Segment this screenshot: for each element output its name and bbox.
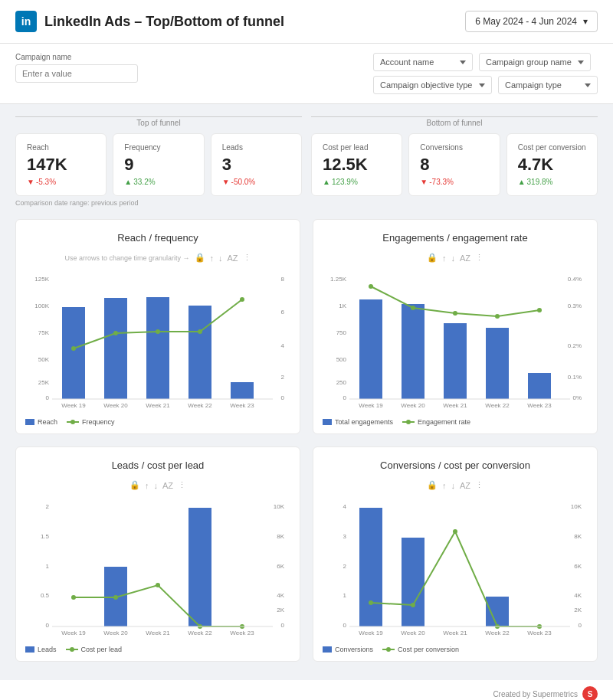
svg-text:8K: 8K (574, 533, 582, 540)
supermetrics-logo: S (582, 686, 598, 700)
reach-frequency-chart: Reach / frequency Use arrows to change t… (15, 219, 300, 434)
svg-text:8: 8 (281, 276, 285, 283)
bar-w22 (188, 306, 211, 399)
svg-text:4K: 4K (277, 592, 284, 599)
arrow-up-icon[interactable]: ↑ (442, 254, 447, 263)
sort-icon[interactable]: AZ (162, 481, 173, 490)
top-funnel-label: Top of funnel (15, 116, 302, 127)
campaign-name-input[interactable] (15, 64, 138, 83)
more-icon[interactable]: ⋮ (475, 480, 484, 490)
svg-text:2K: 2K (277, 607, 284, 613)
filters-bar: Campaign name Account name Campaign grou… (0, 44, 613, 104)
svg-text:Week 23: Week 23 (230, 402, 254, 409)
svg-point-59 (156, 583, 160, 587)
sort-icon[interactable]: AZ (460, 481, 470, 490)
svg-rect-56 (188, 508, 211, 626)
svg-text:4K: 4K (574, 592, 582, 599)
conversions-title: Conversions / cost per conversion (323, 460, 588, 471)
lock-icon[interactable]: 🔒 (427, 253, 438, 263)
kpi-reach-change: ▼ -5.3% (27, 178, 95, 186)
arrow-up-icon[interactable]: ↑ (210, 254, 215, 263)
campaign-type-select[interactable]: Campaign type (498, 76, 598, 94)
legend-frequency: Frequency (67, 418, 115, 426)
more-icon[interactable]: ⋮ (178, 480, 186, 490)
arrow-down-icon[interactable]: ↓ (153, 481, 158, 490)
arrow-down-icon[interactable]: ↓ (451, 254, 455, 263)
svg-rect-81 (486, 597, 509, 626)
engagements-title: Engagements / engagement rate (323, 232, 588, 244)
svg-text:500: 500 (336, 356, 347, 363)
svg-text:Week 20: Week 20 (401, 630, 425, 636)
svg-point-84 (453, 529, 457, 534)
kpi-leads: Leads 3 ▼ -50.0% (211, 133, 302, 196)
more-icon[interactable]: ⋮ (475, 253, 484, 263)
more-icon[interactable]: ⋮ (243, 253, 251, 263)
svg-point-37 (537, 308, 542, 312)
freq-dot-5 (240, 297, 244, 302)
svg-text:2: 2 (343, 563, 347, 570)
account-name-select[interactable]: Account name (373, 53, 473, 71)
freq-dot-3 (156, 329, 160, 334)
kpi-cost-per-conversion: Cost per conversion 4.7K ▲ 319.8% (506, 133, 598, 196)
leads-cost-svg: 2 1.5 1 0.5 0 10K 8K 6K 4K 2K 0 (25, 493, 290, 639)
svg-text:Week 22: Week 22 (188, 402, 212, 409)
campaign-objective-select[interactable]: Campaign objective type (373, 76, 492, 94)
svg-text:8K: 8K (277, 533, 284, 540)
arrow-down-icon: ▼ (222, 178, 230, 186)
lock-icon[interactable]: 🔒 (195, 253, 205, 263)
svg-text:Week 19: Week 19 (61, 402, 86, 409)
bottom-funnel-section: Bottom of funnel Cost per lead 12.5K ▲ 1… (311, 116, 598, 196)
svg-rect-29 (402, 304, 425, 399)
chevron-down-icon: ▾ (583, 16, 588, 27)
kpi-cost-conv-change: ▲ 319.8% (518, 178, 586, 186)
svg-text:Week 23: Week 23 (527, 402, 552, 409)
svg-text:1: 1 (46, 563, 50, 570)
campaign-group-select[interactable]: Campaign group name (479, 53, 591, 71)
arrow-up-icon[interactable]: ↑ (145, 481, 149, 490)
reach-frequency-title: Reach / frequency (25, 232, 290, 244)
svg-rect-79 (359, 508, 382, 626)
svg-text:0.4%: 0.4% (568, 276, 582, 283)
svg-text:1.5: 1.5 (41, 533, 50, 540)
freq-dot-2 (113, 331, 118, 335)
legend-bar-icon (25, 419, 34, 425)
page-title: LinkedIn Ads – Top/Bottom of funnel (44, 14, 284, 30)
svg-text:2: 2 (281, 374, 285, 381)
top-funnel-section: Top of funnel Reach 147K ▼ -5.3% Frequen… (15, 116, 302, 196)
sort-icon[interactable]: AZ (228, 254, 238, 263)
svg-text:0: 0 (343, 622, 347, 629)
sort-icon[interactable]: AZ (460, 254, 470, 263)
comparison-note: Comparison date range: previous period (15, 199, 598, 207)
kpi-leads-change: ▼ -50.0% (222, 178, 290, 186)
campaign-name-filter: Campaign name (15, 53, 138, 83)
arrow-down-icon[interactable]: ↓ (451, 481, 455, 490)
svg-text:100K: 100K (34, 303, 49, 309)
conversions-svg: 4 3 2 1 0 10K 8K 6K 4K 2K 0 (323, 493, 588, 639)
svg-text:1: 1 (343, 592, 347, 599)
lock-icon[interactable]: 🔒 (129, 480, 140, 490)
svg-text:0: 0 (46, 622, 50, 629)
svg-text:Week 19: Week 19 (359, 630, 383, 636)
arrow-up-icon: ▲ (518, 178, 526, 186)
legend-engagement-rate: Engagement rate (402, 418, 470, 426)
footer-text: Created by Supermetrics (493, 690, 578, 698)
svg-text:10K: 10K (274, 503, 285, 510)
arrow-down-icon[interactable]: ↓ (218, 254, 223, 263)
lock-icon[interactable]: 🔒 (427, 480, 438, 490)
svg-text:0: 0 (281, 394, 285, 401)
legend-cost-per-lead: Cost per lead (66, 646, 123, 653)
svg-point-58 (113, 595, 118, 600)
svg-text:10K: 10K (571, 503, 582, 510)
kpi-conversions-change: ▼ -73.3% (420, 178, 488, 186)
svg-text:25K: 25K (38, 379, 50, 386)
svg-rect-32 (528, 373, 551, 399)
svg-text:0: 0 (343, 394, 347, 401)
arrow-down-icon: ▼ (27, 178, 34, 186)
svg-text:0.1%: 0.1% (568, 374, 582, 381)
svg-text:Week 23: Week 23 (230, 630, 254, 636)
svg-text:Week 21: Week 21 (146, 402, 170, 409)
engagements-legend: Total engagements Engagement rate (323, 418, 588, 426)
svg-text:Week 20: Week 20 (103, 630, 128, 636)
date-range-selector[interactable]: 6 May 2024 - 4 Jun 2024 ▾ (465, 11, 598, 32)
arrow-up-icon[interactable]: ↑ (442, 481, 447, 490)
